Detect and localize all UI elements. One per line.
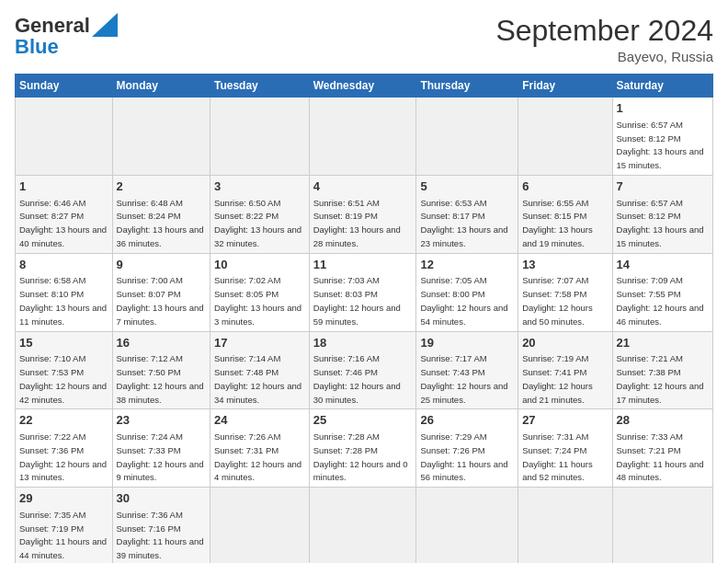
- cell-info: Sunrise: 6:53 AM Sunset: 8:17 PM Dayligh…: [420, 198, 510, 248]
- calendar-title: September 2024: [495, 15, 713, 47]
- calendar-cell: 20Sunrise: 7:19 AM Sunset: 7:41 PM Dayli…: [518, 331, 612, 409]
- cell-info: Sunrise: 6:57 AM Sunset: 8:12 PM Dayligh…: [617, 120, 707, 170]
- day-number: 8: [19, 257, 108, 273]
- calendar-page: General Blue September 2024 Bayevo, Russ…: [0, 0, 728, 563]
- cell-info: Sunrise: 7:05 AM Sunset: 8:00 PM Dayligh…: [420, 275, 510, 326]
- day-number: 10: [214, 257, 305, 273]
- logo-arrow-icon: [92, 13, 118, 37]
- calendar-cell: [612, 488, 712, 563]
- col-monday: Monday: [112, 75, 210, 98]
- calendar-cell: [518, 98, 612, 176]
- day-number: 1: [617, 100, 709, 117]
- day-number: 19: [420, 335, 514, 351]
- day-number: 25: [313, 412, 413, 429]
- day-number: 13: [522, 257, 608, 273]
- calendar-week-4: 22Sunrise: 7:22 AM Sunset: 7:36 PM Dayli…: [16, 409, 713, 488]
- calendar-cell: 1Sunrise: 6:46 AM Sunset: 8:27 PM Daylig…: [16, 175, 113, 253]
- day-number: 27: [522, 412, 608, 429]
- calendar-cell: 9Sunrise: 7:00 AM Sunset: 8:07 PM Daylig…: [112, 253, 210, 331]
- logo: General Blue: [15, 15, 118, 59]
- calendar-cell: 22Sunrise: 7:22 AM Sunset: 7:36 PM Dayli…: [16, 409, 113, 488]
- cell-info: Sunrise: 7:31 AM Sunset: 7:24 PM Dayligh…: [522, 431, 595, 482]
- calendar-cell: [112, 98, 210, 176]
- day-number: 18: [313, 335, 413, 351]
- cell-info: Sunrise: 6:57 AM Sunset: 8:12 PM Dayligh…: [617, 198, 707, 248]
- day-number: 1: [19, 178, 108, 195]
- col-sunday: Sunday: [16, 75, 113, 98]
- calendar-cell: 25Sunrise: 7:28 AM Sunset: 7:28 PM Dayli…: [309, 409, 416, 488]
- cell-info: Sunrise: 7:21 AM Sunset: 7:38 PM Dayligh…: [617, 353, 707, 404]
- calendar-week-3: 15Sunrise: 7:10 AM Sunset: 7:53 PM Dayli…: [16, 331, 713, 409]
- day-number: 23: [117, 412, 206, 429]
- cell-info: Sunrise: 7:28 AM Sunset: 7:28 PM Dayligh…: [313, 431, 411, 482]
- calendar-cell: 7Sunrise: 6:57 AM Sunset: 8:12 PM Daylig…: [612, 175, 712, 253]
- day-number: 24: [214, 412, 305, 429]
- cell-info: Sunrise: 7:19 AM Sunset: 7:41 PM Dayligh…: [522, 353, 595, 404]
- calendar-table: Sunday Monday Tuesday Wednesday Thursday…: [15, 74, 713, 563]
- day-number: 2: [117, 178, 206, 195]
- calendar-cell: 15Sunrise: 7:10 AM Sunset: 7:53 PM Dayli…: [16, 331, 113, 409]
- day-number: 11: [313, 257, 413, 273]
- cell-info: Sunrise: 7:36 AM Sunset: 7:16 PM Dayligh…: [117, 510, 207, 560]
- title-block: September 2024 Bayevo, Russia: [495, 15, 713, 64]
- svg-marker-0: [92, 13, 118, 37]
- calendar-cell: 11Sunrise: 7:03 AM Sunset: 8:03 PM Dayli…: [309, 253, 416, 331]
- calendar-cell: [16, 98, 113, 176]
- calendar-cell: 8Sunrise: 6:58 AM Sunset: 8:10 PM Daylig…: [16, 253, 113, 331]
- calendar-cell: 27Sunrise: 7:31 AM Sunset: 7:24 PM Dayli…: [518, 409, 612, 488]
- cell-info: Sunrise: 7:00 AM Sunset: 8:07 PM Dayligh…: [117, 275, 207, 326]
- cell-info: Sunrise: 7:35 AM Sunset: 7:19 PM Dayligh…: [19, 510, 109, 560]
- calendar-cell: [416, 488, 518, 563]
- col-wednesday: Wednesday: [309, 75, 416, 98]
- cell-info: Sunrise: 7:26 AM Sunset: 7:31 PM Dayligh…: [214, 431, 304, 482]
- day-number: 20: [522, 335, 608, 351]
- calendar-cell: 21Sunrise: 7:21 AM Sunset: 7:38 PM Dayli…: [612, 331, 712, 409]
- day-number: 30: [117, 490, 206, 507]
- day-number: 6: [522, 178, 608, 195]
- day-number: 16: [117, 335, 206, 351]
- calendar-cell: 12Sunrise: 7:05 AM Sunset: 8:00 PM Dayli…: [416, 253, 518, 331]
- day-number: 22: [19, 412, 108, 429]
- calendar-cell: 30Sunrise: 7:36 AM Sunset: 7:16 PM Dayli…: [112, 488, 210, 563]
- calendar-cell: 24Sunrise: 7:26 AM Sunset: 7:31 PM Dayli…: [210, 409, 310, 488]
- logo-block: General Blue: [15, 15, 118, 59]
- calendar-week-0: 1Sunrise: 6:57 AM Sunset: 8:12 PM Daylig…: [16, 98, 713, 176]
- calendar-header-row: Sunday Monday Tuesday Wednesday Thursday…: [16, 75, 713, 98]
- calendar-week-2: 8Sunrise: 6:58 AM Sunset: 8:10 PM Daylig…: [16, 253, 713, 331]
- cell-info: Sunrise: 7:14 AM Sunset: 7:48 PM Dayligh…: [214, 353, 304, 404]
- day-number: 9: [117, 257, 206, 273]
- day-number: 15: [19, 335, 108, 351]
- calendar-cell: 2Sunrise: 6:48 AM Sunset: 8:24 PM Daylig…: [112, 175, 210, 253]
- calendar-cell: [210, 98, 310, 176]
- cell-info: Sunrise: 7:24 AM Sunset: 7:33 PM Dayligh…: [117, 431, 207, 482]
- calendar-cell: 10Sunrise: 7:02 AM Sunset: 8:05 PM Dayli…: [210, 253, 310, 331]
- cell-info: Sunrise: 7:29 AM Sunset: 7:26 PM Dayligh…: [420, 431, 510, 482]
- calendar-cell: [416, 98, 518, 176]
- cell-info: Sunrise: 7:10 AM Sunset: 7:53 PM Dayligh…: [19, 353, 109, 404]
- calendar-location: Bayevo, Russia: [495, 49, 713, 64]
- calendar-week-1: 1Sunrise: 6:46 AM Sunset: 8:27 PM Daylig…: [16, 175, 713, 253]
- calendar-cell: 28Sunrise: 7:33 AM Sunset: 7:21 PM Dayli…: [612, 409, 712, 488]
- day-number: 4: [313, 178, 413, 195]
- day-number: 29: [19, 490, 108, 507]
- cell-info: Sunrise: 7:03 AM Sunset: 8:03 PM Dayligh…: [313, 275, 404, 326]
- calendar-cell: 26Sunrise: 7:29 AM Sunset: 7:26 PM Dayli…: [416, 409, 518, 488]
- day-number: 14: [617, 257, 709, 273]
- calendar-cell: [309, 488, 416, 563]
- calendar-cell: 19Sunrise: 7:17 AM Sunset: 7:43 PM Dayli…: [416, 331, 518, 409]
- cell-info: Sunrise: 6:46 AM Sunset: 8:27 PM Dayligh…: [19, 198, 109, 248]
- cell-info: Sunrise: 7:12 AM Sunset: 7:50 PM Dayligh…: [117, 353, 207, 404]
- cell-info: Sunrise: 7:16 AM Sunset: 7:46 PM Dayligh…: [313, 353, 404, 404]
- cell-info: Sunrise: 6:50 AM Sunset: 8:22 PM Dayligh…: [214, 198, 304, 248]
- day-number: 26: [420, 412, 514, 429]
- day-number: 5: [420, 178, 514, 195]
- day-number: 3: [214, 178, 305, 195]
- calendar-cell: 17Sunrise: 7:14 AM Sunset: 7:48 PM Dayli…: [210, 331, 310, 409]
- cell-info: Sunrise: 7:02 AM Sunset: 8:05 PM Dayligh…: [214, 275, 304, 326]
- logo-general: General: [15, 16, 90, 36]
- calendar-cell: [210, 488, 310, 563]
- calendar-cell: 29Sunrise: 7:35 AM Sunset: 7:19 PM Dayli…: [16, 488, 113, 563]
- cell-info: Sunrise: 6:51 AM Sunset: 8:19 PM Dayligh…: [313, 198, 404, 248]
- logo-blue: Blue: [15, 35, 59, 59]
- calendar-cell: 6Sunrise: 6:55 AM Sunset: 8:15 PM Daylig…: [518, 175, 612, 253]
